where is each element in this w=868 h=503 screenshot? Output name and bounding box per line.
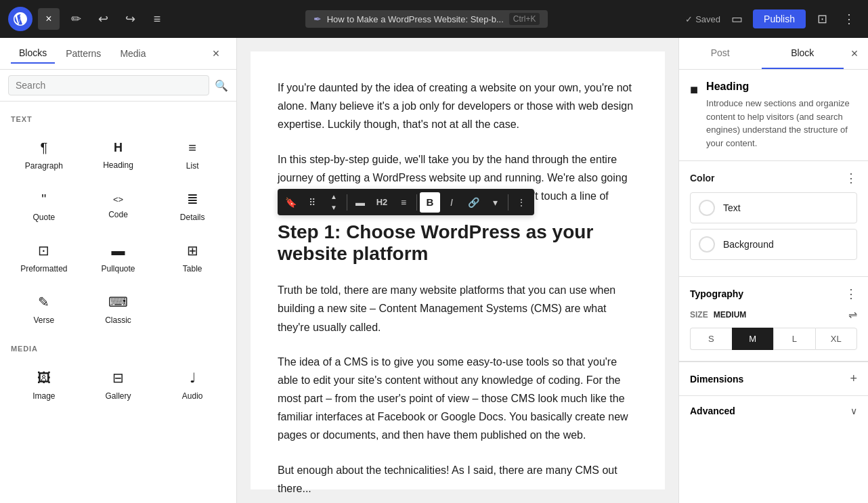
search-input[interactable] bbox=[8, 75, 209, 95]
media-section-label: MEDIA bbox=[11, 345, 225, 353]
view-mode-button[interactable]: ▭ bbox=[726, 8, 747, 30]
toolbar-drag-button[interactable]: ⠿ bbox=[302, 192, 322, 213]
color-option-text[interactable]: Text bbox=[690, 192, 857, 223]
sidebar-close-button[interactable]: × bbox=[207, 44, 225, 63]
block-item-table[interactable]: ⊞ Table bbox=[156, 234, 228, 282]
block-item-verse[interactable]: ✎ Verse bbox=[8, 285, 80, 334]
block-info-panel: ■ Heading Introduce new sections and org… bbox=[679, 70, 868, 161]
text-blocks-grid: ¶ Paragraph H Heading ≡ List " Quote <> bbox=[8, 131, 228, 334]
block-item-paragraph[interactable]: ¶ Paragraph bbox=[8, 131, 80, 179]
block-item-details[interactable]: ≣ Details bbox=[156, 182, 228, 231]
toolbar-move-down-button[interactable]: ▼ bbox=[324, 202, 344, 213]
toolbar-link-button[interactable]: 🔗 bbox=[463, 192, 483, 213]
list-icon: ≡ bbox=[188, 140, 196, 156]
heading-text[interactable]: Step 1: Choose WordPress as your website… bbox=[278, 221, 638, 265]
color-section-title: Color bbox=[690, 173, 715, 183]
tab-post[interactable]: Post bbox=[679, 38, 762, 69]
toolbar-align-button[interactable]: ≡ bbox=[393, 192, 414, 213]
block-label-verse: Verse bbox=[33, 315, 54, 325]
toolbar-move-up-button[interactable]: ▲ bbox=[324, 192, 344, 202]
advanced-section-header[interactable]: Advanced ∨ bbox=[679, 396, 868, 426]
toolbar-italic-button[interactable]: I bbox=[441, 192, 462, 213]
list-view-button[interactable]: ≡ bbox=[146, 8, 168, 30]
publish-button[interactable]: Publish bbox=[753, 9, 806, 28]
check-icon: ✓ bbox=[685, 14, 693, 24]
text-color-label: Text bbox=[723, 202, 741, 213]
dimensions-section-header[interactable]: Dimensions + bbox=[679, 362, 868, 395]
media-blocks-grid: 🖼 Image ⊟ Gallery ♩ Audio bbox=[8, 361, 228, 410]
paragraph-3[interactable]: Truth be told, there are many website pl… bbox=[278, 281, 638, 336]
topbar: × ✏ ↩ ↪ ≡ ✒ How to Make a WordPress Webs… bbox=[0, 0, 868, 38]
paragraph-1[interactable]: If you're daunted by the idea of creatin… bbox=[278, 79, 638, 134]
search-button[interactable]: 🔍 bbox=[215, 79, 228, 92]
keyboard-shortcut: Ctrl+K bbox=[509, 13, 540, 25]
table-icon: ⊞ bbox=[187, 242, 198, 259]
sidebar-tab-bar: Blocks Patterns Media × bbox=[0, 38, 236, 70]
block-item-heading[interactable]: H Heading bbox=[83, 131, 154, 179]
block-label-code: Code bbox=[108, 210, 128, 219]
size-btn-m[interactable]: M bbox=[732, 328, 774, 350]
tools-button[interactable]: ✏ bbox=[65, 8, 87, 30]
block-type-icon: ■ bbox=[690, 82, 698, 97]
typography-section-header: Typography ⋮ bbox=[679, 277, 868, 308]
size-btn-xl[interactable]: XL bbox=[815, 328, 858, 350]
toolbar-bookmark-button[interactable]: 🔖 bbox=[280, 192, 301, 213]
size-value: MEDIUM bbox=[714, 310, 747, 320]
block-item-quote[interactable]: " Quote bbox=[8, 182, 80, 231]
editor-content-area: If you're daunted by the idea of creatin… bbox=[237, 38, 678, 503]
block-item-classic[interactable]: ⌨ Classic bbox=[83, 285, 154, 334]
classic-icon: ⌨ bbox=[108, 294, 128, 310]
block-item-preformatted[interactable]: ⊡ Preformatted bbox=[8, 234, 80, 282]
page-title: How to Make a WordPress Website: Step-b.… bbox=[327, 14, 504, 24]
toolbar-more-button[interactable]: ⋮ bbox=[511, 192, 531, 213]
size-label: SIZE bbox=[690, 310, 708, 320]
block-item-code[interactable]: <> Code bbox=[83, 182, 154, 231]
size-btn-s[interactable]: S bbox=[690, 328, 732, 350]
topbar-right-actions: ✓ Saved ▭ Publish ⊡ ⋮ bbox=[685, 8, 860, 30]
tab-media[interactable]: Media bbox=[112, 44, 154, 63]
right-sidebar: Post Block × ■ Heading Introduce new sec… bbox=[678, 38, 868, 503]
block-info-text: Heading Introduce new sections and organ… bbox=[706, 81, 857, 150]
tab-blocks[interactable]: Blocks bbox=[11, 43, 55, 64]
block-label-list: List bbox=[186, 161, 199, 171]
undo-button[interactable]: ↩ bbox=[92, 8, 114, 30]
block-label-preformatted: Preformatted bbox=[20, 264, 67, 274]
block-search-bar: 🔍 bbox=[0, 70, 236, 102]
typography-adjust-icon[interactable]: ⇌ bbox=[848, 308, 857, 321]
heading-block[interactable]: 🔖 ⠿ ▲ ▼ ▬ H2 ≡ B I 🔗 ▾ ⋮ bbox=[278, 221, 638, 265]
toolbar-dropdown-button[interactable]: ▾ bbox=[485, 192, 505, 213]
block-label-pullquote: Pullquote bbox=[101, 264, 135, 274]
right-sidebar-close-button[interactable]: × bbox=[844, 43, 865, 64]
block-label-table: Table bbox=[183, 264, 202, 274]
text-section-label: TEXT bbox=[11, 115, 225, 123]
tab-patterns[interactable]: Patterns bbox=[58, 44, 109, 63]
size-btn-l[interactable]: L bbox=[773, 328, 815, 350]
block-item-image[interactable]: 🖼 Image bbox=[8, 361, 80, 410]
block-label-audio: Audio bbox=[182, 391, 203, 401]
dimensions-section-title: Dimensions bbox=[690, 374, 743, 385]
dimensions-add-button[interactable]: + bbox=[850, 372, 857, 386]
more-options-button[interactable]: ⋮ bbox=[838, 8, 860, 30]
tab-block[interactable]: Block bbox=[762, 38, 844, 69]
preformatted-icon: ⊡ bbox=[38, 242, 49, 259]
paragraph-5[interactable]: But enough about the technicalities! As … bbox=[278, 461, 638, 498]
toolbar-transform-button[interactable]: ▬ bbox=[350, 192, 370, 213]
paragraph-4[interactable]: The idea of a CMS is to give you some ea… bbox=[278, 353, 638, 445]
toolbar-h2-button[interactable]: H2 bbox=[372, 192, 392, 213]
block-label-classic: Classic bbox=[105, 315, 131, 325]
close-plugin-button[interactable]: × bbox=[38, 8, 60, 30]
command-palette[interactable]: ✒ How to Make a WordPress Website: Step-… bbox=[305, 10, 548, 28]
block-item-audio[interactable]: ♩ Audio bbox=[156, 361, 228, 410]
block-label-image: Image bbox=[32, 391, 55, 401]
color-more-button[interactable]: ⋮ bbox=[845, 171, 857, 185]
toolbar-bold-button[interactable]: B bbox=[420, 192, 440, 213]
advanced-section: Advanced ∨ bbox=[679, 395, 868, 426]
block-item-gallery[interactable]: ⊟ Gallery bbox=[83, 361, 154, 410]
color-option-background[interactable]: Background bbox=[690, 229, 857, 260]
redo-button[interactable]: ↪ bbox=[119, 8, 141, 30]
typography-more-button[interactable]: ⋮ bbox=[845, 286, 857, 301]
block-item-pullquote[interactable]: ▬ Pullquote bbox=[83, 234, 154, 282]
sidebar-toggle-button[interactable]: ⊡ bbox=[811, 8, 833, 30]
block-toolbar: 🔖 ⠿ ▲ ▼ ▬ H2 ≡ B I 🔗 ▾ ⋮ bbox=[278, 189, 534, 215]
block-item-list[interactable]: ≡ List bbox=[156, 131, 228, 179]
